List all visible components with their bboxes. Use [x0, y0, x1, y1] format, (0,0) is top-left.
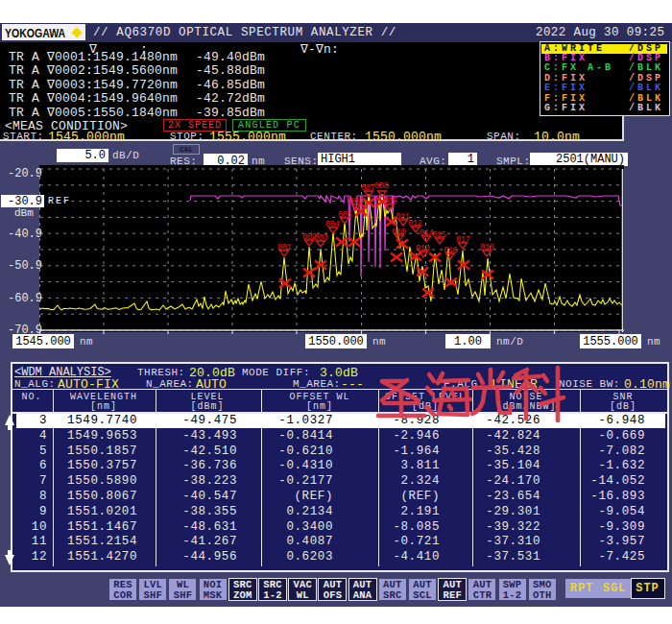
svg-text:013: 013 [416, 244, 430, 253]
svg-text:016: 016 [444, 246, 458, 255]
svg-text:008: 008 [374, 181, 389, 191]
svg-text:017: 017 [456, 235, 470, 245]
svg-text:018: 018 [480, 243, 494, 252]
svg-text:004: 004 [325, 220, 340, 229]
svg-text:005: 005 [338, 210, 352, 220]
svg-text:015: 015 [432, 230, 446, 240]
svg-text:007: 007 [361, 183, 375, 193]
svg-text:REF: REF [48, 196, 71, 206]
svg-text:009: 009 [383, 197, 397, 206]
svg-text:010: 010 [392, 228, 406, 237]
svg-text:012: 012 [408, 219, 422, 228]
svg-text:001: 001 [277, 243, 292, 252]
svg-text:006: 006 [348, 197, 363, 206]
svg-text:003: 003 [314, 233, 328, 243]
